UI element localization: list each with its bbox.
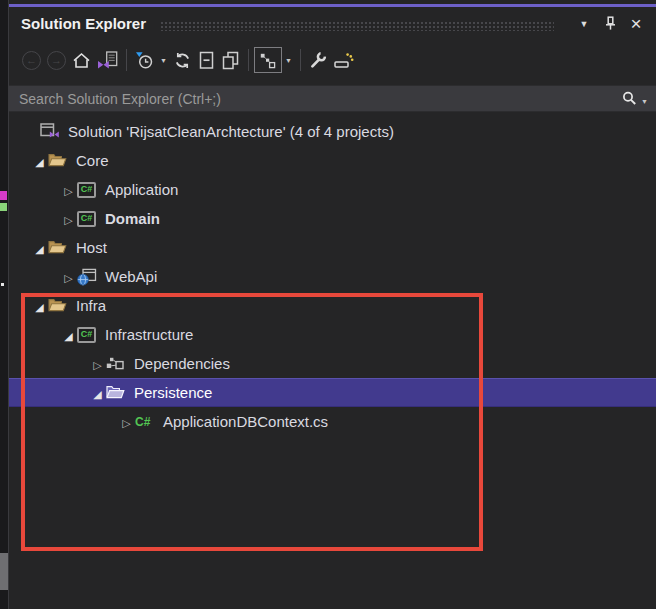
wrench-icon bbox=[309, 51, 328, 70]
tree-item-label: Application bbox=[105, 181, 178, 198]
expander-collapsed-icon[interactable] bbox=[60, 181, 77, 198]
refresh-icon bbox=[173, 51, 192, 70]
toolbar-separator bbox=[248, 49, 249, 71]
tree-item-infra[interactable]: Infra bbox=[9, 291, 656, 320]
folder-open-selected-icon bbox=[106, 385, 131, 400]
preview-selected-items-button[interactable] bbox=[331, 47, 358, 73]
tree-item-host[interactable]: Host bbox=[9, 233, 656, 262]
properties-button[interactable] bbox=[306, 47, 331, 73]
expander-expanded-icon[interactable] bbox=[31, 152, 48, 169]
panel-title: Solution Explorer bbox=[21, 15, 146, 32]
csharp-project-icon bbox=[77, 327, 102, 343]
tree-item-label: Core bbox=[76, 152, 109, 169]
show-all-files-button[interactable] bbox=[218, 47, 243, 73]
collapse-all-button[interactable] bbox=[195, 47, 218, 73]
expander-expanded-icon[interactable] bbox=[31, 297, 48, 314]
tree-item-label: Infrastructure bbox=[105, 326, 193, 343]
expander-collapsed-icon[interactable] bbox=[60, 268, 77, 285]
web-project-icon bbox=[77, 268, 102, 286]
tree-item-solution[interactable]: Solution 'RijsatCleanArchtecture' (4 of … bbox=[9, 117, 656, 146]
expander-expanded-icon[interactable] bbox=[31, 239, 48, 256]
forward-icon bbox=[47, 51, 66, 70]
expander-collapsed-icon[interactable] bbox=[118, 413, 135, 430]
solution-explorer-window: Solution Explorer bbox=[0, 0, 656, 609]
tree-item-label: ApplicationDBContext.cs bbox=[163, 413, 328, 430]
expander-expanded-icon[interactable] bbox=[89, 384, 106, 401]
home-button[interactable] bbox=[69, 47, 94, 73]
editor-mark-green bbox=[0, 203, 7, 211]
tree-item-domain[interactable]: Domain bbox=[9, 204, 656, 233]
solution-explorer-toolbar bbox=[9, 40, 656, 80]
window-position-chevron-icon[interactable] bbox=[574, 14, 594, 34]
tree-item-applicationdbcontext[interactable]: ApplicationDBContext.cs bbox=[9, 407, 656, 436]
tree-item-label: Infra bbox=[76, 297, 106, 314]
tree-item-label: Persistence bbox=[134, 384, 212, 401]
sync-with-active-document-button[interactable] bbox=[170, 47, 195, 73]
csharp-project-icon bbox=[77, 182, 102, 198]
search-input[interactable] bbox=[9, 91, 622, 107]
toolbar-separator bbox=[126, 49, 127, 71]
tree-item-application[interactable]: Application bbox=[9, 175, 656, 204]
expander-collapsed-icon[interactable] bbox=[60, 210, 77, 227]
expander-expanded-icon[interactable] bbox=[60, 326, 77, 343]
tree-item-dependencies[interactable]: Dependencies bbox=[9, 349, 656, 378]
pending-changes-filter-button[interactable] bbox=[132, 47, 157, 73]
csharp-file-icon bbox=[135, 415, 160, 429]
search-icon[interactable] bbox=[622, 91, 637, 106]
solution-tree: Solution 'RijsatCleanArchtecture' (4 of … bbox=[9, 112, 656, 436]
csharp-project-icon bbox=[77, 211, 102, 227]
editor-scrollbar-thumb[interactable] bbox=[0, 553, 8, 590]
folder-open-icon bbox=[48, 153, 73, 168]
folder-open-icon bbox=[48, 298, 73, 313]
tree-item-label: WebApi bbox=[105, 268, 157, 285]
back-button[interactable] bbox=[19, 47, 44, 73]
expander-collapsed-icon[interactable] bbox=[89, 355, 106, 372]
toolbar-separator bbox=[300, 49, 301, 71]
switch-views-button[interactable] bbox=[94, 47, 121, 73]
drag-grip-dots[interactable] bbox=[160, 21, 554, 31]
tree-item-label: Domain bbox=[105, 210, 160, 227]
solution-explorer-panel: Solution Explorer bbox=[8, 0, 656, 609]
tree-item-label: Host bbox=[76, 239, 107, 256]
forward-button[interactable] bbox=[44, 47, 69, 73]
editor-mark-white bbox=[1, 283, 4, 286]
pending-changes-filter-icon bbox=[135, 51, 154, 69]
collapse-all-icon bbox=[198, 51, 215, 70]
preview-tray-icon bbox=[334, 52, 355, 69]
dependencies-icon bbox=[106, 357, 131, 370]
back-icon bbox=[22, 51, 41, 70]
editor-edge-strip bbox=[0, 0, 8, 609]
search-bar bbox=[9, 85, 656, 112]
tree-item-label: Dependencies bbox=[134, 355, 230, 372]
home-icon bbox=[72, 52, 91, 69]
filter-dropdown-chevron-icon[interactable] bbox=[157, 47, 170, 73]
tree-item-infrastructure[interactable]: Infrastructure bbox=[9, 320, 656, 349]
folder-open-icon bbox=[48, 240, 73, 255]
editor-mark-magenta bbox=[0, 191, 7, 200]
search-options-chevron-icon[interactable] bbox=[641, 90, 648, 108]
file-nesting-icon bbox=[259, 52, 276, 69]
file-nesting-button[interactable] bbox=[254, 47, 282, 73]
tree-item-webapi[interactable]: WebApi bbox=[9, 262, 656, 291]
solution-icon bbox=[40, 123, 65, 140]
tree-item-persistence[interactable]: Persistence bbox=[9, 378, 656, 407]
close-icon[interactable] bbox=[626, 14, 646, 34]
tree-item-core[interactable]: Core bbox=[9, 146, 656, 175]
documents-copy-icon bbox=[221, 51, 240, 70]
panel-title-bar[interactable]: Solution Explorer bbox=[9, 7, 656, 40]
switch-views-icon bbox=[97, 51, 118, 70]
nesting-dropdown-chevron-icon[interactable] bbox=[282, 47, 295, 73]
pin-icon[interactable] bbox=[600, 14, 620, 34]
tree-item-label: Solution 'RijsatCleanArchtecture' (4 of … bbox=[68, 123, 394, 140]
